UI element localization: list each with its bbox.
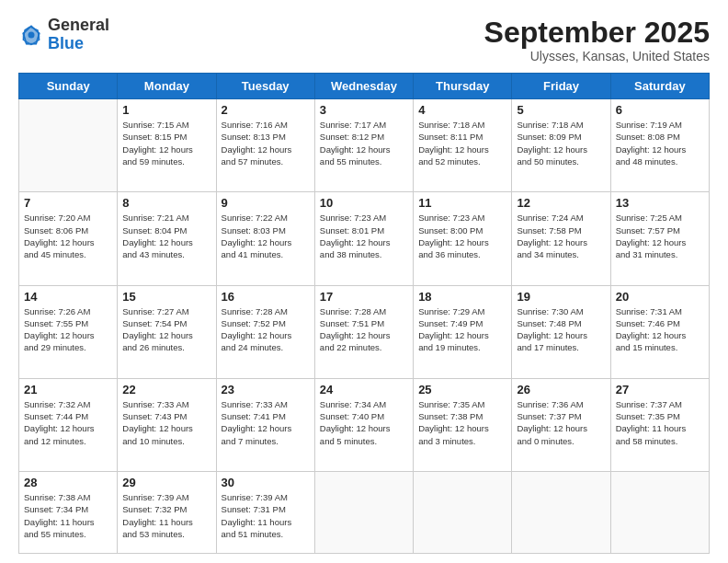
calendar-cell: 1Sunrise: 7:15 AM Sunset: 8:15 PM Daylig… bbox=[118, 99, 216, 192]
calendar-cell: 16Sunrise: 7:28 AM Sunset: 7:52 PM Dayli… bbox=[216, 285, 314, 378]
day-info: Sunrise: 7:20 AM Sunset: 8:06 PM Dayligh… bbox=[24, 212, 112, 260]
calendar-week-row: 7Sunrise: 7:20 AM Sunset: 8:06 PM Daylig… bbox=[19, 192, 710, 285]
weekday-header: Monday bbox=[118, 74, 216, 99]
day-number: 17 bbox=[320, 290, 408, 304]
calendar-cell: 6Sunrise: 7:19 AM Sunset: 8:08 PM Daylig… bbox=[610, 99, 709, 192]
day-number: 13 bbox=[616, 196, 704, 210]
day-info: Sunrise: 7:29 AM Sunset: 7:49 PM Dayligh… bbox=[418, 305, 506, 354]
calendar-cell: 23Sunrise: 7:33 AM Sunset: 7:41 PM Dayli… bbox=[216, 378, 314, 471]
day-info: Sunrise: 7:18 AM Sunset: 8:11 PM Dayligh… bbox=[418, 119, 506, 167]
calendar-cell bbox=[414, 471, 512, 553]
day-number: 15 bbox=[122, 290, 210, 304]
day-number: 29 bbox=[122, 476, 210, 489]
calendar-cell: 19Sunrise: 7:30 AM Sunset: 7:48 PM Dayli… bbox=[512, 285, 610, 378]
calendar-cell: 8Sunrise: 7:21 AM Sunset: 8:04 PM Daylig… bbox=[118, 192, 216, 285]
day-info: Sunrise: 7:30 AM Sunset: 7:48 PM Dayligh… bbox=[517, 305, 605, 354]
calendar-cell: 12Sunrise: 7:24 AM Sunset: 7:58 PM Dayli… bbox=[512, 192, 610, 285]
day-number: 7 bbox=[24, 196, 112, 210]
day-number: 28 bbox=[24, 476, 112, 489]
day-number: 4 bbox=[418, 103, 506, 117]
day-number: 10 bbox=[320, 196, 408, 210]
day-number: 30 bbox=[222, 476, 310, 489]
day-info: Sunrise: 7:28 AM Sunset: 7:51 PM Dayligh… bbox=[320, 305, 408, 354]
calendar-cell: 17Sunrise: 7:28 AM Sunset: 7:51 PM Dayli… bbox=[314, 285, 413, 378]
calendar-cell bbox=[314, 471, 413, 553]
calendar-week-row: 1Sunrise: 7:15 AM Sunset: 8:15 PM Daylig… bbox=[19, 99, 710, 192]
calendar-cell: 20Sunrise: 7:31 AM Sunset: 7:46 PM Dayli… bbox=[610, 285, 709, 378]
logo: General Blue bbox=[18, 17, 109, 53]
calendar-cell: 24Sunrise: 7:34 AM Sunset: 7:40 PM Dayli… bbox=[314, 378, 413, 471]
day-number: 2 bbox=[222, 103, 310, 117]
day-number: 9 bbox=[222, 196, 310, 210]
calendar-cell: 7Sunrise: 7:20 AM Sunset: 8:06 PM Daylig… bbox=[19, 192, 118, 285]
weekday-header: Saturday bbox=[610, 74, 709, 99]
calendar-cell: 11Sunrise: 7:23 AM Sunset: 8:00 PM Dayli… bbox=[414, 192, 512, 285]
day-number: 19 bbox=[517, 290, 605, 304]
calendar-cell: 3Sunrise: 7:17 AM Sunset: 8:12 PM Daylig… bbox=[314, 99, 413, 192]
calendar-cell: 5Sunrise: 7:18 AM Sunset: 8:09 PM Daylig… bbox=[512, 99, 610, 192]
day-number: 26 bbox=[517, 383, 605, 396]
logo-blue-text: Blue bbox=[48, 34, 84, 52]
logo-text: General Blue bbox=[48, 17, 109, 53]
calendar-cell: 26Sunrise: 7:36 AM Sunset: 7:37 PM Dayli… bbox=[512, 378, 610, 471]
day-info: Sunrise: 7:16 AM Sunset: 8:13 PM Dayligh… bbox=[222, 119, 310, 167]
weekday-header: Friday bbox=[512, 74, 610, 99]
day-info: Sunrise: 7:35 AM Sunset: 7:38 PM Dayligh… bbox=[418, 398, 506, 447]
calendar-table: SundayMondayTuesdayWednesdayThursdayFrid… bbox=[18, 73, 710, 554]
day-info: Sunrise: 7:33 AM Sunset: 7:43 PM Dayligh… bbox=[122, 398, 210, 447]
calendar-cell: 25Sunrise: 7:35 AM Sunset: 7:38 PM Dayli… bbox=[414, 378, 512, 471]
day-info: Sunrise: 7:21 AM Sunset: 8:04 PM Dayligh… bbox=[122, 212, 210, 260]
day-number: 22 bbox=[122, 383, 210, 396]
day-number: 14 bbox=[24, 290, 112, 304]
day-info: Sunrise: 7:34 AM Sunset: 7:40 PM Dayligh… bbox=[320, 398, 408, 447]
day-number: 12 bbox=[517, 196, 605, 210]
day-info: Sunrise: 7:33 AM Sunset: 7:41 PM Dayligh… bbox=[222, 398, 310, 447]
day-info: Sunrise: 7:27 AM Sunset: 7:54 PM Dayligh… bbox=[122, 305, 210, 354]
day-number: 3 bbox=[320, 103, 408, 117]
calendar-cell: 30Sunrise: 7:39 AM Sunset: 7:31 PM Dayli… bbox=[216, 471, 314, 553]
day-info: Sunrise: 7:19 AM Sunset: 8:08 PM Dayligh… bbox=[616, 119, 704, 167]
calendar-cell: 14Sunrise: 7:26 AM Sunset: 7:55 PM Dayli… bbox=[19, 285, 118, 378]
calendar-cell: 21Sunrise: 7:32 AM Sunset: 7:44 PM Dayli… bbox=[19, 378, 118, 471]
day-info: Sunrise: 7:38 AM Sunset: 7:34 PM Dayligh… bbox=[24, 491, 112, 540]
day-info: Sunrise: 7:15 AM Sunset: 8:15 PM Dayligh… bbox=[122, 119, 210, 167]
day-number: 18 bbox=[418, 290, 506, 304]
calendar-week-row: 28Sunrise: 7:38 AM Sunset: 7:34 PM Dayli… bbox=[19, 471, 710, 553]
day-info: Sunrise: 7:26 AM Sunset: 7:55 PM Dayligh… bbox=[24, 305, 112, 354]
day-number: 6 bbox=[616, 103, 704, 117]
calendar-cell: 27Sunrise: 7:37 AM Sunset: 7:35 PM Dayli… bbox=[610, 378, 709, 471]
day-info: Sunrise: 7:18 AM Sunset: 8:09 PM Dayligh… bbox=[517, 119, 605, 167]
day-number: 16 bbox=[222, 290, 310, 304]
weekday-header: Wednesday bbox=[314, 74, 413, 99]
day-info: Sunrise: 7:17 AM Sunset: 8:12 PM Dayligh… bbox=[320, 119, 408, 167]
day-number: 1 bbox=[122, 103, 210, 117]
calendar-cell: 13Sunrise: 7:25 AM Sunset: 7:57 PM Dayli… bbox=[610, 192, 709, 285]
calendar-cell: 10Sunrise: 7:23 AM Sunset: 8:01 PM Dayli… bbox=[314, 192, 413, 285]
calendar-cell: 22Sunrise: 7:33 AM Sunset: 7:43 PM Dayli… bbox=[118, 378, 216, 471]
title-block: September 2025 Ulysses, Kansas, United S… bbox=[484, 17, 710, 63]
day-info: Sunrise: 7:32 AM Sunset: 7:44 PM Dayligh… bbox=[24, 398, 112, 447]
calendar-cell bbox=[19, 99, 118, 192]
location: Ulysses, Kansas, United States bbox=[484, 49, 710, 63]
calendar-header-row: SundayMondayTuesdayWednesdayThursdayFrid… bbox=[19, 74, 710, 99]
header: General Blue September 2025 Ulysses, Kan… bbox=[18, 17, 710, 63]
day-number: 21 bbox=[24, 383, 112, 396]
calendar-cell: 28Sunrise: 7:38 AM Sunset: 7:34 PM Dayli… bbox=[19, 471, 118, 553]
calendar-cell: 2Sunrise: 7:16 AM Sunset: 8:13 PM Daylig… bbox=[216, 99, 314, 192]
day-info: Sunrise: 7:37 AM Sunset: 7:35 PM Dayligh… bbox=[616, 398, 704, 447]
day-info: Sunrise: 7:23 AM Sunset: 8:01 PM Dayligh… bbox=[320, 212, 408, 260]
logo-icon bbox=[18, 22, 44, 48]
day-info: Sunrise: 7:39 AM Sunset: 7:31 PM Dayligh… bbox=[222, 491, 310, 540]
calendar-cell: 18Sunrise: 7:29 AM Sunset: 7:49 PM Dayli… bbox=[414, 285, 512, 378]
day-number: 20 bbox=[616, 290, 704, 304]
calendar-week-row: 14Sunrise: 7:26 AM Sunset: 7:55 PM Dayli… bbox=[19, 285, 710, 378]
day-info: Sunrise: 7:39 AM Sunset: 7:32 PM Dayligh… bbox=[122, 491, 210, 540]
day-info: Sunrise: 7:36 AM Sunset: 7:37 PM Dayligh… bbox=[517, 398, 605, 447]
svg-point-4 bbox=[28, 31, 35, 38]
day-info: Sunrise: 7:25 AM Sunset: 7:57 PM Dayligh… bbox=[616, 212, 704, 260]
calendar-cell: 9Sunrise: 7:22 AM Sunset: 8:03 PM Daylig… bbox=[216, 192, 314, 285]
weekday-header: Thursday bbox=[414, 74, 512, 99]
day-info: Sunrise: 7:23 AM Sunset: 8:00 PM Dayligh… bbox=[418, 212, 506, 260]
page: General Blue September 2025 Ulysses, Kan… bbox=[0, 0, 728, 563]
day-info: Sunrise: 7:24 AM Sunset: 7:58 PM Dayligh… bbox=[517, 212, 605, 260]
